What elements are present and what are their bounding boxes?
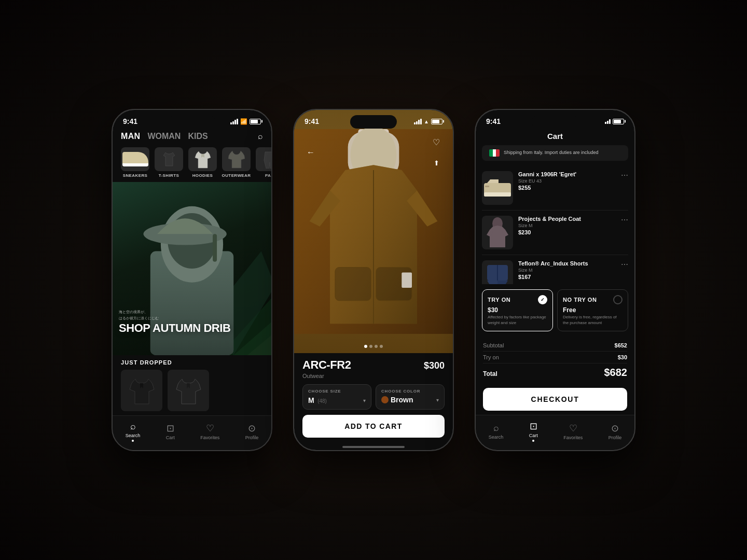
- category-pa[interactable]: PA...: [256, 147, 271, 178]
- shorts-thumbnail: [484, 263, 511, 285]
- nav-label-fav-3: Favorites: [563, 435, 583, 440]
- size-note: (48): [317, 398, 327, 404]
- category-thumb-hoodies: [188, 147, 217, 171]
- cart-item-menu-3[interactable]: ⋯: [621, 260, 628, 269]
- dropped-item-2[interactable]: [168, 370, 209, 411]
- category-label-tshirts: T-SHIRTS: [159, 173, 179, 178]
- nav-item-cart-3[interactable]: ⊡ Cart: [529, 421, 538, 442]
- nav-item-search-1[interactable]: ⌕ Search: [126, 421, 141, 442]
- dynamic-island-2: [350, 115, 397, 129]
- cart-item-thumb-2: [482, 216, 513, 249]
- signal-icon-1: [230, 119, 238, 124]
- nav-item-search-3[interactable]: ⌕ Search: [489, 423, 504, 440]
- svg-rect-12: [335, 268, 371, 301]
- status-time-3: 9:41: [486, 117, 501, 125]
- svg-rect-14: [402, 272, 412, 288]
- cart-item-size-1: Size EU 43: [518, 178, 616, 184]
- cart-item-thumb-1: [482, 171, 513, 205]
- nav-item-profile-1[interactable]: ⊙ Profile: [245, 423, 259, 440]
- bottom-nav-3: ⌕ Search ⊡ Cart ♡ Favorites ⊙ Profile: [476, 415, 634, 450]
- category-sneakers[interactable]: SNEAKERS: [121, 147, 149, 178]
- dropped-item-1-image: [128, 375, 156, 406]
- svg-rect-16: [484, 192, 511, 197]
- try-on-empty-circle: [613, 295, 622, 304]
- try-on-price-1: $30: [488, 306, 547, 314]
- subtotal-value: $652: [615, 342, 627, 348]
- category-outerwear[interactable]: OUTERWEAR: [222, 147, 251, 178]
- top-nav-1: MAN WOMAN KIDS ⌕: [113, 129, 271, 145]
- color-selector[interactable]: CHOOSE COLOR Brown ▾: [376, 384, 445, 410]
- try-on-option-1[interactable]: TRY ON ✓ $30 Affected by factors like pa…: [482, 289, 553, 331]
- try-on-label-1: TRY ON: [488, 297, 510, 303]
- cart-item-menu-2[interactable]: ⋯: [621, 216, 628, 224]
- wifi-icon-2: ▲: [424, 119, 429, 124]
- nav-man[interactable]: MAN: [121, 132, 140, 141]
- signal-icon-2: [414, 119, 422, 124]
- category-label-pa: PA...: [265, 173, 271, 178]
- tshirt-icon: [161, 150, 177, 168]
- category-tshirts[interactable]: T-SHIRTS: [155, 147, 183, 178]
- try-on-header-2: NO TRY ON: [563, 295, 622, 304]
- cart-items-list: Ganni x 1906R 'Egret' Size EU 43 $255 ⋯: [476, 166, 634, 284]
- product-image-area: 9:41 ▲ ← ♡ ⬆: [294, 110, 453, 353]
- status-icons-2: ▲: [414, 119, 442, 124]
- shipping-text: Shipping from Italy. Import duties are i…: [504, 150, 598, 156]
- just-dropped-items: [121, 370, 263, 411]
- cart-item-2: Projects & People Coat Size M $230 ⋯: [482, 211, 628, 255]
- product-category: Outwear: [302, 373, 445, 379]
- size-selector[interactable]: CHOOSE SIZE M (48) ▾: [302, 384, 371, 410]
- product-name: ARC-FR2: [302, 358, 351, 372]
- nav-woman[interactable]: WOMAN: [147, 132, 181, 141]
- category-thumb-tshirts: [155, 147, 183, 171]
- cart-item-price-2: $230: [518, 229, 616, 235]
- cart-item-info-2: Projects & People Coat Size M $230: [518, 216, 616, 235]
- color-value-row: Brown ▾: [381, 396, 439, 404]
- nav-item-cart-1[interactable]: ⊡ Cart: [166, 423, 175, 440]
- nav-label-cart-3: Cart: [529, 433, 538, 438]
- dot-2: [369, 345, 372, 348]
- cart-nav-icon-3: ⊡: [530, 421, 537, 432]
- try-on-check-icon: ✓: [538, 295, 547, 304]
- fav-nav-icon-1: ♡: [206, 423, 214, 434]
- nav-item-fav-3[interactable]: ♡ Favorites: [563, 423, 583, 440]
- nav-kids[interactable]: KIDS: [188, 132, 208, 141]
- try-on-option-2[interactable]: NO TRY ON Free Delivery is free, regardl…: [557, 289, 628, 331]
- coat-thumbnail: [485, 217, 510, 248]
- back-button[interactable]: ←: [302, 144, 319, 161]
- try-on-price-2: Free: [563, 306, 622, 314]
- cart-item-size-2: Size M: [518, 223, 616, 228]
- share-button[interactable]: ⬆: [428, 155, 445, 171]
- category-thumb-outerwear: [222, 147, 251, 171]
- hoodie-icon: [194, 149, 212, 169]
- nav-item-profile-3[interactable]: ⊙ Profile: [608, 423, 622, 440]
- category-hoodies[interactable]: HOODIES: [188, 147, 217, 178]
- product-info: ARC-FR2 $300 Outwear CHOOSE SIZE M (48) …: [294, 353, 453, 444]
- cart-item-name-3: Teflon® Arc_Indux Shorts: [518, 260, 616, 267]
- signal-icon-3: [605, 119, 611, 124]
- category-scroll: SNEAKERS T-SHIRTS HOODI: [113, 145, 271, 182]
- product-price: $300: [424, 360, 445, 371]
- search-button-1[interactable]: ⌕: [258, 132, 263, 141]
- fav-nav-icon-3: ♡: [569, 423, 577, 434]
- add-to-cart-button[interactable]: ADD TO CART: [302, 415, 445, 438]
- tryon-value: $30: [618, 354, 627, 360]
- checkout-button[interactable]: CHECKOUT: [483, 388, 627, 411]
- favorite-button[interactable]: ♡: [428, 134, 445, 150]
- nav-item-fav-1[interactable]: ♡ Favorites: [200, 423, 219, 440]
- pants-icon: [261, 150, 272, 169]
- nav-label-cart-1: Cart: [166, 435, 175, 440]
- italy-flag-icon: [489, 149, 500, 157]
- size-value-row: M (48) ▾: [308, 396, 366, 405]
- nav-label-search-1: Search: [126, 433, 141, 438]
- total-value: $682: [604, 367, 628, 379]
- status-time-2: 9:41: [305, 117, 319, 125]
- dropped-item-1[interactable]: [121, 370, 162, 411]
- search-nav-icon-1: ⌕: [130, 421, 136, 432]
- sneaker-thumbnail: [483, 178, 512, 199]
- cart-item-menu-1[interactable]: ⋯: [621, 171, 628, 179]
- color-chevron-icon: ▾: [436, 397, 439, 403]
- hero-section: 海と空の境界が、 はるか彼方に淡くにじむ SHOP AUTUMN DRIB: [113, 182, 271, 355]
- color-value: Brown: [391, 396, 413, 404]
- dropped-item-2-image: [174, 375, 203, 406]
- phone-2-product: 9:41 ▲ ← ♡ ⬆: [293, 109, 454, 451]
